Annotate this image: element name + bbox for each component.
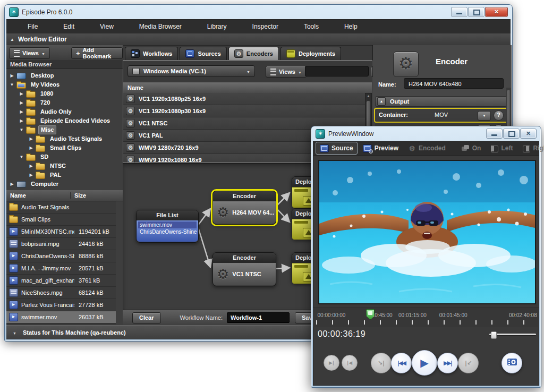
- menu-item[interactable]: Help: [332, 20, 370, 33]
- play-to-out-button[interactable]: [324, 355, 339, 371]
- browser-tab[interactable]: Sources: [180, 47, 226, 60]
- tree-item[interactable]: Desktop: [6, 71, 115, 80]
- file-row[interactable]: swimmer.mov 26037 kB: [6, 311, 116, 323]
- menu-item[interactable]: View: [87, 20, 126, 33]
- file-row[interactable]: M.I.A. - Jimmy.mov 20571 kB: [6, 262, 116, 275]
- expand-arrow-icon[interactable]: [18, 109, 25, 114]
- expand-arrow-icon[interactable]: [18, 100, 25, 105]
- menu-item[interactable]: Edit: [50, 20, 87, 33]
- inspector-field[interactable]: Container: MOV: [375, 109, 507, 122]
- views-dropdown[interactable]: Views: [9, 47, 50, 59]
- encoder-preset-dropdown[interactable]: Windows Media (VC-1): [128, 65, 255, 77]
- tree-item[interactable]: 720: [6, 98, 115, 107]
- workflow-editor-header[interactable]: Workflow Editor: [6, 33, 511, 46]
- collapse-arrow-icon[interactable]: [377, 97, 386, 106]
- step-back-button[interactable]: [391, 353, 412, 373]
- encoder-row[interactable]: VC1 1920x1080p25 16x9: [123, 93, 365, 105]
- preview-toolbar-button[interactable]: Encoded: [404, 142, 450, 155]
- preview-toolbar-button[interactable]: On: [457, 142, 486, 155]
- output-section-header[interactable]: Output: [375, 96, 507, 107]
- menu-item[interactable]: Inspector: [240, 20, 291, 33]
- preview-toolbar-button[interactable]: Right: [518, 142, 544, 155]
- tree-item[interactable]: NTSC: [6, 161, 115, 171]
- slider-handle[interactable]: [491, 331, 497, 339]
- snapshot-button[interactable]: [502, 353, 522, 373]
- workflow-name-input[interactable]: [227, 312, 290, 323]
- file-table-header[interactable]: Name Size: [6, 190, 123, 201]
- file-row[interactable]: mac_ad_gift_exchang... 3761 kB: [6, 275, 116, 287]
- help-button[interactable]: [494, 110, 504, 121]
- preview-toolbar-button[interactable]: Left: [486, 142, 517, 155]
- browser-tab[interactable]: Deployments: [280, 47, 341, 60]
- file-row[interactable]: Parlez Vous Francais.... 27728 kB: [6, 299, 116, 311]
- file-row[interactable]: NiceShoes.mpg 68124 kB: [6, 287, 116, 299]
- file-row[interactable]: ChrisDaneOwens-Shi... 88886 kB: [6, 250, 116, 262]
- tree-item[interactable]: Audio Test Signals: [6, 134, 115, 143]
- file-list-node-row[interactable]: ChrisDaneOwens-Shine....: [138, 228, 197, 235]
- menu-item[interactable]: Media Browser: [126, 20, 194, 33]
- preview-toolbar-button[interactable]: Preview: [359, 142, 403, 155]
- close-button[interactable]: [485, 7, 508, 17]
- tree-item[interactable]: My Videos: [6, 80, 115, 89]
- expand-arrow-icon[interactable]: [18, 127, 25, 132]
- main-titlebar[interactable]: Episode Pro 6.0.0: [5, 5, 512, 19]
- tree-item[interactable]: Misc: [6, 125, 115, 134]
- clear-button[interactable]: Clear: [132, 312, 161, 323]
- column-name[interactable]: Name: [6, 192, 71, 199]
- column-size[interactable]: Size: [71, 192, 86, 199]
- tree-item[interactable]: Episode Encoded Videos: [6, 116, 115, 125]
- zoom-slider[interactable]: [489, 331, 536, 338]
- expand-arrow-icon[interactable]: [28, 137, 35, 141]
- encoder-node-h264[interactable]: Encoder ⚙ H264 MOV 64...: [212, 191, 276, 225]
- add-bookmark-button[interactable]: Add Bookmark: [71, 47, 123, 59]
- encoder-name-field[interactable]: H264 MOV 640x480: [404, 78, 504, 89]
- file-list-node-row[interactable]: swimmer.mov: [138, 221, 197, 228]
- tree-item[interactable]: Computer: [6, 180, 115, 189]
- go-to-in-button[interactable]: [342, 355, 358, 371]
- preview-toolbar-button[interactable]: Source: [316, 142, 358, 155]
- expand-arrow-icon[interactable]: [28, 146, 35, 150]
- scroll-up-icon[interactable]: [366, 94, 371, 100]
- maximize-button[interactable]: [468, 7, 484, 17]
- file-list-node[interactable]: File List swimmer.mov ChrisDaneOwens-Shi…: [136, 210, 199, 243]
- expand-arrow-icon[interactable]: [18, 155, 25, 159]
- expand-arrow-icon[interactable]: [8, 73, 15, 78]
- file-row[interactable]: bobpisani.mpg 24416 kB: [6, 238, 116, 250]
- tree-item[interactable]: Small Clips: [6, 143, 115, 152]
- tree-item[interactable]: PAL: [6, 171, 115, 180]
- preview-titlebar[interactable]: PreviewWindow ✕: [311, 126, 541, 141]
- dialog-close-button[interactable]: ✕: [520, 129, 537, 139]
- menu-item[interactable]: File: [15, 20, 50, 33]
- encoder-search-input[interactable]: [305, 66, 369, 76]
- browser-tab[interactable]: Workflows: [125, 47, 178, 60]
- encoder-list-header[interactable]: Name: [123, 82, 372, 93]
- play-button[interactable]: [412, 350, 437, 376]
- set-in-point-button[interactable]: [371, 353, 392, 373]
- expand-arrow-icon[interactable]: [18, 91, 25, 96]
- tree-item[interactable]: SD: [6, 152, 115, 161]
- minimize-button[interactable]: [451, 7, 468, 17]
- tree-item[interactable]: 1080: [6, 89, 115, 98]
- menu-item[interactable]: Library: [194, 20, 240, 33]
- minimize-button[interactable]: [486, 129, 503, 139]
- file-row[interactable]: 5MinIMX30NTSC.mov 1194201 kB: [6, 226, 116, 238]
- browser-tab[interactable]: Encoders: [228, 47, 279, 60]
- step-forward-button[interactable]: [437, 353, 458, 373]
- encoder-views-dropdown[interactable]: Views: [266, 66, 307, 78]
- dropdown-button[interactable]: [478, 111, 491, 121]
- playhead-marker[interactable]: [366, 309, 375, 320]
- timeline[interactable]: 00:00:00:0000:45:0000:01:15:0000:01:45:0…: [313, 308, 539, 327]
- restore-button[interactable]: [503, 129, 520, 139]
- file-row[interactable]: Small Clips: [6, 214, 116, 226]
- menu-item[interactable]: Tools: [291, 20, 332, 33]
- encoder-node-vc1[interactable]: Encoder ⚙ VC1 NTSC: [212, 252, 276, 286]
- set-out-point-button[interactable]: [458, 353, 479, 373]
- video-preview-frame[interactable]: [318, 160, 536, 304]
- expand-arrow-icon[interactable]: [8, 182, 15, 186]
- expand-arrow-icon[interactable]: [28, 173, 35, 177]
- expand-arrow-icon[interactable]: [8, 82, 15, 87]
- expand-arrow-icon[interactable]: [28, 164, 35, 168]
- encoder-row[interactable]: VC1 1920x1080p30 16x9: [123, 105, 365, 117]
- tree-item[interactable]: Audio Only: [6, 107, 115, 116]
- expand-arrow-icon[interactable]: [18, 118, 25, 123]
